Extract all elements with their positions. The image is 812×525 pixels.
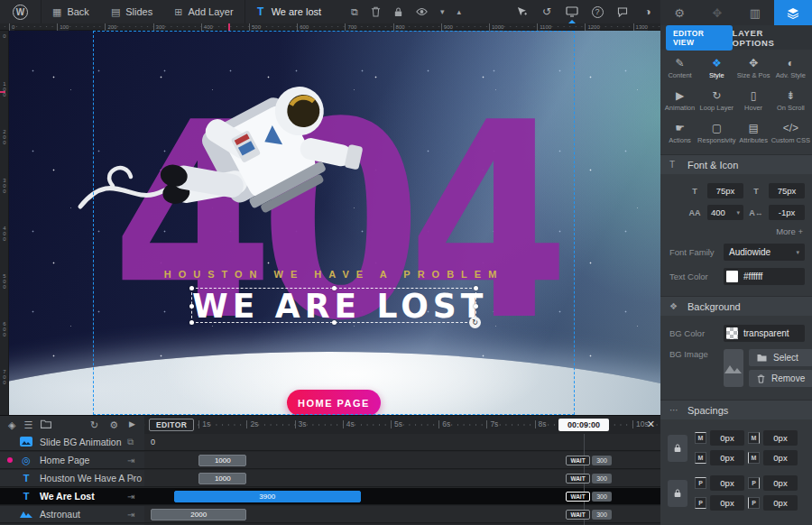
astronaut-layer[interactable] — [77, 31, 392, 301]
wait-value[interactable]: 300 — [592, 456, 612, 465]
tab-custom-css[interactable]: </>Custom CSS — [771, 120, 810, 147]
background-section-header[interactable]: ❖ Background — [660, 296, 812, 316]
delete-layer-button[interactable] — [371, 6, 381, 17]
font-family-select[interactable]: Audiowide ▾ — [724, 244, 805, 261]
wait-value[interactable]: 300 — [592, 474, 612, 484]
spacings-section-header[interactable]: ⋯ Spacings — [660, 400, 812, 419]
move-down-button[interactable]: ▾ — [440, 7, 445, 16]
timeline-time-display[interactable]: 00:09:00 — [558, 419, 609, 431]
duration-bar[interactable]: 3900 — [174, 491, 361, 502]
margin-right-input[interactable] — [763, 430, 798, 446]
feedback-button[interactable] — [610, 0, 635, 23]
undo-button[interactable]: ↺ — [534, 0, 559, 23]
timeline-layer-row-we-are-lost[interactable]: TWe Are Lost⇥3900WAIT300 — [0, 488, 660, 505]
timeline-play-button[interactable]: ▶ — [129, 419, 135, 431]
margin-bottom-input[interactable] — [710, 450, 744, 465]
timeline-ruler[interactable]: EDITOR 00:09:00 10s ✕ 1s2s3s4s5s6s7s8s — [144, 416, 660, 434]
padding-left-input[interactable] — [763, 495, 798, 511]
slide-canvas[interactable]: 404 HOUSTON WE — [0, 31, 660, 415]
resize-handle-e[interactable] — [474, 304, 478, 309]
timeline-layers-icon[interactable]: ◈ — [8, 420, 15, 430]
margin-left-input[interactable] — [763, 450, 798, 465]
jump-to-end-icon[interactable]: ⇥ — [127, 456, 134, 465]
timeline-close-icon[interactable]: ✕ — [647, 419, 655, 430]
resize-handle-s[interactable] — [332, 320, 337, 325]
we-are-lost-text-layer[interactable]: WE ARE LOST — [192, 286, 475, 325]
slides-button[interactable]: ▤ Slides — [100, 0, 163, 23]
home-page-button-layer[interactable]: HOME PAGE — [287, 390, 381, 415]
rotate-handle[interactable]: ↻ — [469, 317, 481, 328]
wait-value[interactable]: 300 — [592, 510, 612, 520]
font-size-input[interactable] — [707, 183, 743, 198]
timeline-settings-icon[interactable]: ⚙ — [109, 419, 118, 431]
padding-right-input[interactable] — [763, 475, 798, 491]
horizontal-ruler[interactable]: 0100200300400500600700800900100011001200… — [0, 23, 660, 31]
padding-top-input[interactable] — [710, 475, 744, 491]
wait-badge[interactable]: WAIT — [566, 474, 590, 484]
wait-badge[interactable]: WAIT — [566, 456, 590, 465]
wait-badge[interactable]: WAIT — [566, 510, 590, 520]
timeline-editor-button[interactable]: EDITOR — [149, 419, 194, 431]
resize-handle-sw[interactable] — [189, 320, 194, 325]
tab-on-scroll[interactable]: ⇟On Scroll — [771, 88, 810, 115]
timeline-loop-icon[interactable]: ↻ — [90, 419, 98, 431]
timeline-folder-icon[interactable] — [41, 419, 51, 430]
tab-style[interactable]: ❖Style — [697, 55, 736, 82]
duplicate-layer-button[interactable]: ⧉ — [351, 6, 358, 18]
tab-responsivity[interactable]: ▢Responsivity — [697, 120, 736, 147]
padding-bottom-input[interactable] — [710, 495, 744, 511]
jump-to-end-icon[interactable]: ⇥ — [127, 492, 134, 502]
resize-handle-nw[interactable] — [189, 286, 194, 290]
tab-content[interactable]: ✎Content — [662, 55, 697, 82]
line-height-input[interactable] — [769, 183, 805, 198]
font-weight-select[interactable]: 400 ▾ — [707, 205, 743, 220]
editor-view-button[interactable]: EDITOR VIEW — [666, 25, 733, 51]
jump-to-end-icon[interactable]: ⇥ — [127, 474, 134, 484]
jump-to-end-icon[interactable]: ⇥ — [127, 510, 134, 520]
timeline-layer-row-astronaut[interactable]: Astronaut⇥2000WAIT300 — [0, 506, 660, 523]
tab-animation[interactable]: ▶Animation — [662, 88, 697, 115]
back-button[interactable]: ▦ Back — [42, 0, 100, 23]
tab-hover[interactable]: ▯Hover — [736, 88, 771, 115]
tab-adv-style[interactable]: ◐Adv. Style — [771, 55, 810, 82]
slide-settings-button[interactable]: ⚙ — [660, 0, 698, 25]
bg-image-thumbnail[interactable] — [724, 349, 743, 387]
contrast-button[interactable]: ◑ — [635, 0, 660, 23]
duration-bar[interactable]: 1000 — [198, 473, 246, 484]
resize-handle-ne[interactable] — [474, 286, 478, 290]
tab-size-pos[interactable]: ✥Size & Pos — [736, 55, 771, 82]
add-layer-button[interactable]: ⊞ Add Layer — [163, 0, 244, 23]
slideshow-icon[interactable]: ⧉ — [127, 437, 134, 447]
timeline-layer-row-slide-bg-animation[interactable]: Slide BG Animation⧉0 — [0, 434, 660, 451]
tab-actions[interactable]: ☛Actions — [662, 120, 697, 147]
vertical-ruler[interactable]: 01 0 02 0 03 0 04 0 05 0 06 0 07 0 0 — [0, 31, 9, 415]
margin-top-input[interactable] — [710, 430, 744, 446]
visibility-eye-button[interactable] — [416, 7, 428, 16]
device-preview-button[interactable] — [559, 0, 585, 23]
move-panel-button[interactable]: ✥ — [698, 0, 736, 25]
panel-layout-button[interactable]: ▥ — [736, 0, 774, 25]
bg-image-remove-button[interactable]: Remove — [749, 370, 812, 387]
tab-loop-layer[interactable]: ↻Loop Layer — [697, 88, 736, 115]
bg-color-field[interactable]: transparent — [724, 325, 805, 342]
timeline-list-icon[interactable]: ☰ — [23, 420, 32, 430]
wait-badge[interactable]: WAIT — [566, 492, 590, 502]
wait-value[interactable]: 300 — [592, 492, 612, 502]
move-up-button[interactable]: ▴ — [457, 7, 461, 16]
layer-selection-box[interactable]: WE ARE LOST ↻ — [191, 288, 476, 323]
select-tool-button[interactable] — [509, 0, 534, 23]
padding-lock-button[interactable] — [668, 480, 687, 507]
letter-spacing-input[interactable] — [769, 205, 805, 220]
timeline-layer-row-home-page[interactable]: ◎Home Page⇥1000WAIT300 — [0, 452, 660, 469]
duration-bar[interactable]: 1000 — [198, 455, 246, 466]
wordpress-menu[interactable]: W — [0, 0, 42, 23]
resize-handle-n[interactable] — [332, 286, 337, 290]
tab-attributes[interactable]: ▤Attributes — [736, 120, 771, 147]
houston-text-layer[interactable]: HOUSTON WE HAVE A PROBLEM — [93, 269, 575, 280]
help-button[interactable]: ? — [585, 0, 610, 23]
bg-image-select-button[interactable]: Select — [749, 349, 812, 366]
lock-layer-button[interactable] — [393, 6, 403, 17]
duration-bar[interactable]: 2000 — [151, 509, 246, 520]
text-color-field[interactable]: #ffffff — [724, 268, 805, 285]
margin-lock-button[interactable] — [668, 435, 687, 462]
